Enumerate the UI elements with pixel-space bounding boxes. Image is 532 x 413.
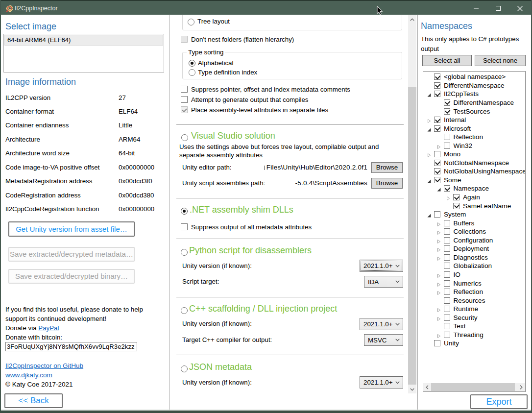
close-button[interactable] xyxy=(509,1,531,16)
separate-attributes-checkbox[interactable] xyxy=(181,106,188,113)
tree-expanded-icon[interactable] xyxy=(427,212,432,217)
visual-studio-radio[interactable] xyxy=(181,134,188,141)
tree-checkbox[interactable] xyxy=(444,99,450,106)
tree-item-label[interactable]: Diagnostics xyxy=(454,253,488,262)
save-binary-button[interactable]: Save extracted/decrypted binary… xyxy=(8,269,135,284)
tree-checkbox[interactable] xyxy=(444,306,450,312)
tree-collapsed-icon[interactable] xyxy=(436,272,441,277)
tree-collapsed-icon[interactable] xyxy=(436,229,441,234)
scroll-down-arrow[interactable] xyxy=(408,385,416,393)
suppress-metadata-checkbox[interactable] xyxy=(181,223,188,230)
tree-checkbox[interactable] xyxy=(434,168,440,174)
image-listbox[interactable]: 64-bit ARM64 (ELF64) xyxy=(3,34,164,73)
tree-checkbox[interactable] xyxy=(444,108,450,115)
minimize-button[interactable] xyxy=(465,1,487,16)
tree-checkbox[interactable] xyxy=(444,134,450,140)
tree-item-label[interactable]: Text xyxy=(454,322,466,331)
tree-layout-radio[interactable] xyxy=(188,19,194,25)
tree-checkbox[interactable] xyxy=(444,143,450,149)
tree-item-label[interactable]: Deployment xyxy=(454,244,489,253)
tree-item-label[interactable]: Again xyxy=(463,193,480,202)
tree-checkbox[interactable] xyxy=(434,177,440,183)
tree-item-label[interactable]: Il2CppTests xyxy=(444,90,479,98)
tree-item-label[interactable]: NotGlobalNamespace xyxy=(444,159,509,168)
website-link[interactable]: www.djkaty.com xyxy=(5,371,52,379)
tree-collapsed-icon[interactable] xyxy=(436,144,441,148)
tree-item-label[interactable]: Buffers xyxy=(454,219,475,228)
target-compiler-combo[interactable]: MSVC xyxy=(364,334,403,346)
tree-checkbox[interactable] xyxy=(453,203,459,209)
tree-checkbox[interactable] xyxy=(434,73,440,80)
save-metadata-button[interactable]: Save extracted/decrypted metadata… xyxy=(8,247,135,262)
tree-checkbox[interactable] xyxy=(444,185,450,192)
tree-item-label[interactable]: System xyxy=(444,210,466,219)
bitcoin-address-input[interactable]: 3FoRUqUXgYj8NY8sMQfhX6vv9LqR3e2kzz xyxy=(5,342,137,351)
tree-collapsed-icon[interactable] xyxy=(436,238,441,243)
scroll-left-arrow[interactable] xyxy=(423,383,431,391)
tree-item-label[interactable]: Security xyxy=(454,314,478,322)
tree-checkbox[interactable] xyxy=(444,280,450,287)
tree-expanded-icon[interactable] xyxy=(427,92,432,97)
tree-item-label[interactable]: Runtime xyxy=(454,305,479,314)
scroll-right-arrow[interactable] xyxy=(517,383,525,391)
title-bar[interactable]: Il2CppInspector xyxy=(0,0,532,15)
tree-checkbox[interactable] xyxy=(434,160,440,166)
suppress-comments-checkbox[interactable] xyxy=(181,86,188,93)
get-unity-version-button[interactable]: Get Unity version from asset file… xyxy=(8,221,135,237)
tree-item-label[interactable]: Internal xyxy=(444,116,466,124)
tree-item-label[interactable]: Resources xyxy=(454,296,485,305)
export-button[interactable]: Export xyxy=(470,394,528,409)
tree-item-label[interactable]: DifferentNamespace xyxy=(454,98,514,107)
tree-item-label[interactable]: NotGlobalUsingNamespace xyxy=(444,167,526,176)
scroll-up-arrow[interactable] xyxy=(408,15,416,24)
unity-editor-path-input[interactable]: Files\Unity\Hub\Editor\2020.2.0f1 xyxy=(245,162,367,172)
type-definition-index-radio[interactable] xyxy=(189,69,195,76)
script-target-combo[interactable]: IDA xyxy=(364,276,403,288)
tree-item-label[interactable]: Namespace xyxy=(454,184,489,193)
tree-collapsed-icon[interactable] xyxy=(427,118,432,122)
alphabetical-radio[interactable] xyxy=(189,60,195,67)
tree-checkbox[interactable] xyxy=(444,323,450,329)
tree-checkbox[interactable] xyxy=(444,271,450,278)
tree-expanded-icon[interactable] xyxy=(436,186,441,191)
tree-item-label[interactable]: <global namespace> xyxy=(444,73,506,81)
attempt-compile-checkbox[interactable] xyxy=(181,96,188,103)
tree-checkbox[interactable] xyxy=(444,245,450,252)
tree-checkbox[interactable] xyxy=(444,220,450,226)
tree-checkbox[interactable] xyxy=(444,289,450,295)
flatten-hierarchy-checkbox[interactable] xyxy=(181,36,188,43)
unity-version-combo-python[interactable]: 2021.1.0+ xyxy=(360,260,403,272)
tree-checkbox[interactable] xyxy=(444,315,450,321)
tree-item-label[interactable]: Some xyxy=(444,176,461,185)
tree-collapsed-icon[interactable] xyxy=(436,290,441,294)
dotnet-shim-radio[interactable] xyxy=(181,208,188,215)
tree-scrollbar-thumb[interactable] xyxy=(431,383,515,391)
tree-collapsed-icon[interactable] xyxy=(436,255,441,260)
tree-checkbox[interactable] xyxy=(444,297,450,304)
tree-item-label[interactable]: Globalization xyxy=(454,262,492,270)
json-metadata-radio[interactable] xyxy=(181,365,188,372)
tree-item-label[interactable]: DifferentNamespace xyxy=(444,81,505,90)
tree-collapsed-icon[interactable] xyxy=(427,152,432,157)
tree-checkbox[interactable] xyxy=(434,151,440,157)
tree-collapsed-icon[interactable] xyxy=(436,221,441,226)
tree-checkbox[interactable] xyxy=(444,237,450,243)
tree-item-label[interactable]: Reflection xyxy=(454,133,483,142)
tree-checkbox[interactable] xyxy=(453,194,459,200)
tree-checkbox[interactable] xyxy=(444,254,450,261)
tree-horizontal-scrollbar[interactable] xyxy=(423,383,525,391)
tree-collapsed-icon[interactable] xyxy=(446,195,451,200)
maximize-button[interactable] xyxy=(487,1,509,16)
tree-item-label[interactable]: Threading xyxy=(454,331,484,340)
tree-item-label[interactable]: Unity xyxy=(444,339,459,348)
paypal-link[interactable]: PayPal xyxy=(38,324,59,332)
tree-checkbox[interactable] xyxy=(444,263,450,269)
tree-checkbox[interactable] xyxy=(434,125,440,132)
tree-expanded-icon[interactable] xyxy=(427,178,432,183)
browse-editor-path-button[interactable]: Browse xyxy=(371,162,403,173)
select-all-button[interactable]: Select all xyxy=(422,55,472,66)
tree-item-label[interactable]: Microsoft xyxy=(444,124,471,133)
tree-collapsed-icon[interactable] xyxy=(436,281,441,286)
github-link[interactable]: Il2CppInspector on GitHub xyxy=(5,362,83,369)
unity-version-combo-cpp[interactable]: 2021.1.0+ xyxy=(360,318,403,330)
